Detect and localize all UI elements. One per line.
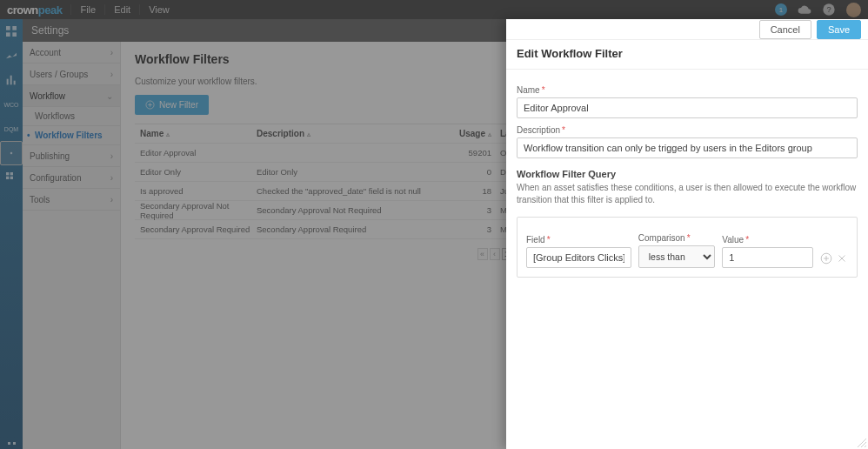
value-label: Value* xyxy=(722,235,813,245)
name-label: Name* xyxy=(517,85,858,95)
panel-title: Edit Workflow Filter xyxy=(506,40,868,70)
window-resize-grip[interactable] xyxy=(858,439,866,447)
add-condition-icon[interactable] xyxy=(820,252,832,265)
query-header: Workflow Filter Query xyxy=(517,169,858,179)
value-input[interactable] xyxy=(722,247,813,268)
field-input[interactable] xyxy=(526,247,631,268)
name-input[interactable] xyxy=(517,97,858,118)
save-button[interactable]: Save xyxy=(817,20,861,39)
description-label: Description* xyxy=(517,125,858,135)
remove-condition-icon[interactable] xyxy=(836,252,848,265)
comparison-select[interactable]: less than xyxy=(638,245,716,268)
query-row: Field* Comparison* less than Value* xyxy=(517,217,858,278)
comparison-label: Comparison* xyxy=(638,233,716,243)
edit-filter-panel: Cancel Save Edit Workflow Filter Name* D… xyxy=(506,19,868,449)
query-description: When an asset satisfies these conditions… xyxy=(517,182,858,206)
field-label: Field* xyxy=(526,235,631,245)
cancel-button[interactable]: Cancel xyxy=(759,20,811,39)
description-input[interactable] xyxy=(517,137,858,158)
